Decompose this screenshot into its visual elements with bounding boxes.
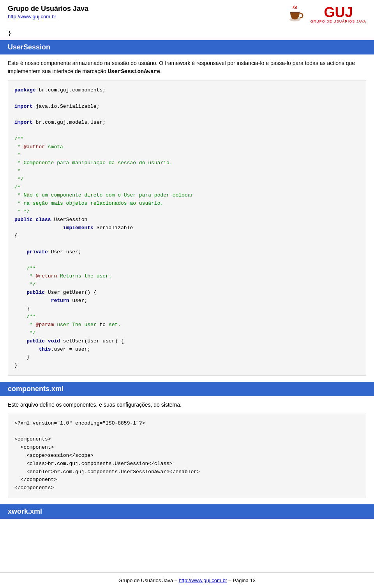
footer-link[interactable]: http://www.guj.com.br	[179, 577, 227, 583]
xwork-xml-header: xwork.xml	[0, 504, 374, 519]
coffee-cup-icon	[287, 5, 307, 24]
logo-guj: GUJ	[324, 5, 353, 19]
logo-subtitle: GRUPO DE USUÁRIOS JAVA	[310, 19, 366, 23]
user-session-description: Este é nosso componente armazenado na se…	[8, 59, 366, 76]
components-xml-header: components.xml	[0, 382, 374, 396]
site-url[interactable]: http://www.guj.com.br	[8, 14, 56, 19]
logo-text: GUJ GRUPO DE USUÁRIOS JAVA	[310, 5, 366, 23]
user-session-code: package br.com.guj.components; import ja…	[8, 81, 366, 376]
components-xml-code: <?xml version="1.0" encoding="ISO-8859-1…	[8, 414, 366, 498]
closing-brace: }	[0, 27, 374, 40]
user-session-content: Este é nosso componente armazenado na se…	[0, 59, 374, 376]
components-xml-description: Este arquivo define os componentes, e su…	[8, 401, 366, 409]
header-right: GUJ GRUPO DE USUÁRIOS JAVA	[287, 5, 366, 24]
site-name: Grupo de Usuários Java	[8, 5, 88, 13]
page-header: Grupo de Usuários Java http://www.guj.co…	[0, 0, 374, 27]
components-xml-content: Este arquivo define os componentes, e su…	[0, 401, 374, 498]
header-left: Grupo de Usuários Java http://www.guj.co…	[8, 5, 88, 20]
svg-rect-1	[290, 12, 300, 13]
user-session-header: UserSession	[0, 40, 374, 54]
page-footer: Grupo de Usuários Java – http://www.guj.…	[0, 572, 374, 588]
